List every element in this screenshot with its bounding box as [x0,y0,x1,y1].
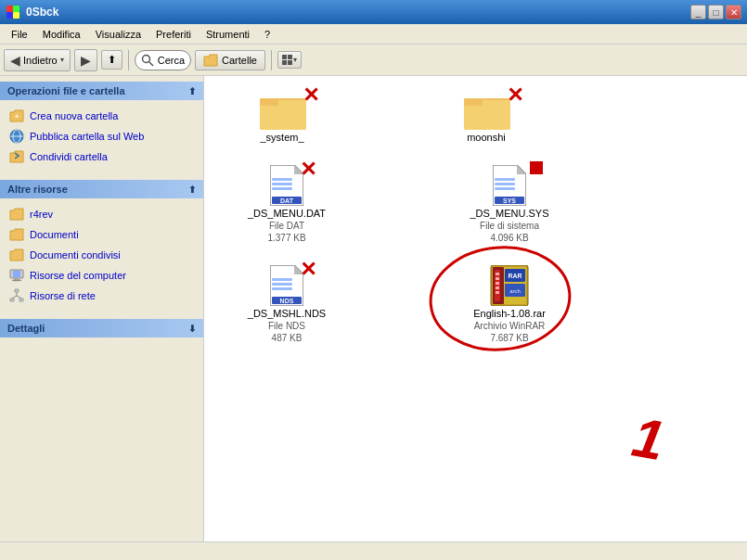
delete-moonshi-icon[interactable]: ✕ [507,85,523,106]
ds-mshl-nds-size: 487 KB [272,333,303,343]
menu-help[interactable]: ? [257,27,277,42]
svg-rect-36 [495,183,515,185]
back-button[interactable]: ◀ Indietro ▾ [4,49,71,71]
minimize-button[interactable]: _ [690,5,706,19]
svg-rect-22 [260,98,278,106]
web-icon [9,129,24,144]
svg-rect-30 [272,187,292,190]
search-box[interactable]: Cerca [135,50,191,70]
svg-rect-3 [13,12,19,19]
svg-rect-1 [13,6,19,12]
maximize-button[interactable]: □ [708,5,724,19]
svg-rect-37 [495,187,515,190]
folders-label: Cartelle [222,55,257,66]
svg-text:SYS: SYS [503,197,516,204]
app-icon [6,5,20,19]
separator-1 [128,50,129,70]
rar-icon: RAR arch [489,265,530,306]
titlebar-left: 0Sbck [6,5,58,19]
file-item-ds-menu-dat[interactable]: DAT ✕ _DS_MENU.DAT File DAT 1.377 KB [226,161,347,247]
close-button[interactable]: ✕ [726,5,741,19]
dettagli-chevron-icon: ⬇ [188,324,196,334]
menu-visualizza[interactable]: Visualizza [88,27,148,42]
sidebar-link-condividi[interactable]: Condividi cartella [7,146,196,167]
risorse-computer-label: Risorse del computer [30,270,126,281]
svg-rect-35 [495,178,515,181]
svg-rect-44 [272,287,292,290]
menubar: File Modifica Visualizza Preferiti Strum… [0,24,747,45]
forward-button[interactable]: ▶ [74,49,97,71]
sidebar-link-r4rev[interactable]: r4rev [7,204,196,224]
titlebar-buttons: _ □ ✕ [690,5,741,19]
back-dropdown-icon: ▾ [60,56,64,64]
delete-system-icon[interactable]: ✕ [303,85,319,106]
new-folder-icon: + [9,108,24,123]
sidebar-section-risorse-content: r4rev Documenti Documenti condivisi [0,198,203,312]
svg-rect-28 [272,178,292,181]
sidebar: Operazioni file e cartella ⬆ + Crea nuov… [0,76,204,541]
condividi-label: Condividi cartella [30,151,108,162]
titlebar: 0Sbck _ □ ✕ [0,0,747,24]
delete-dat-icon[interactable]: ✕ [300,159,316,180]
folders-button[interactable]: Cartelle [195,50,265,70]
file-area: ✕ _system_ ✕ moonshi [204,76,747,541]
nuova-cartella-label: Crea nuova cartella [30,110,118,121]
network-icon [9,288,24,303]
ds-menu-sys-size: 4.096 KB [490,233,528,243]
risorse-rete-label: Risorse di rete [30,290,96,301]
svg-marker-34 [517,165,526,174]
up-button[interactable]: ⬆ [101,50,122,70]
svg-rect-43 [272,283,292,286]
sidebar-section-dettagli-header[interactable]: Dettagli ⬇ [0,319,203,337]
toolbar: ◀ Indietro ▾ ▶ ⬆ Cerca Cartelle ▾ [0,45,747,76]
sidebar-link-documenti-condivisi[interactable]: Documenti condivisi [7,245,196,265]
shared-docs-icon [9,248,24,262]
sys-icon: SYS [493,165,526,206]
main-layout: Operazioni file e cartella ⬆ + Crea nuov… [0,76,747,541]
svg-rect-56 [496,277,499,280]
window-title: 0Sbck [26,6,58,19]
menu-modifica[interactable]: Modifica [35,27,88,42]
file-item-system[interactable]: ✕ _system_ [226,87,338,146]
file-item-ds-menu-sys[interactable]: SYS _DS_MENU.SYS File di sistema 4.096 K… [449,161,570,247]
ds-mshl-nds-name: _DS_MSHL.NDS [248,308,326,319]
back-label: Indietro [23,55,58,66]
sidebar-link-risorse-rete[interactable]: Risorse di rete [7,286,196,306]
operazioni-chevron-icon: ⬆ [188,86,196,96]
file-item-moonshi[interactable]: ✕ moonshi [431,87,542,146]
red-dot-annotation [530,161,543,174]
sidebar-section-risorse-header[interactable]: Altre risorse ⬆ [0,180,203,198]
documenti-label: Documenti [30,229,79,240]
svg-rect-59 [496,291,499,294]
menu-strumenti[interactable]: Strumenti [199,27,257,42]
folder-moonshi-icon [462,91,510,130]
sidebar-section-dettagli: Dettagli ⬇ [0,319,203,337]
svg-rect-55 [496,273,499,275]
folder-r4rev-icon [9,207,24,222]
nds-icon: NDS [270,265,303,306]
sidebar-link-pubblica[interactable]: Pubblica cartella sul Web [7,126,196,146]
menu-file[interactable]: File [4,27,35,42]
sidebar-link-risorse-computer[interactable]: Risorse del computer [7,265,196,286]
menu-preferiti[interactable]: Preferiti [148,27,199,42]
svg-text:NDS: NDS [280,298,294,304]
svg-rect-58 [496,286,499,289]
ds-menu-sys-name: _DS_MENU.SYS [470,208,549,219]
sidebar-section-operazioni-header[interactable]: Operazioni file e cartella ⬆ [0,82,203,100]
sidebar-section-operazioni-title: Operazioni file e cartella [7,85,125,96]
svg-text:arch: arch [509,288,521,294]
delete-nds-icon[interactable]: ✕ [300,260,316,280]
svg-text:DAT: DAT [280,197,294,204]
sidebar-link-nuova-cartella[interactable]: + Crea nuova cartella [7,106,196,126]
r4rev-label: r4rev [30,209,53,220]
search-label: Cerca [158,55,185,66]
forward-arrow-icon: ▶ [81,53,91,68]
sidebar-link-documenti[interactable]: Documenti [7,224,196,245]
sidebar-section-risorse: Altre risorse ⬆ r4rev Documenti [0,180,203,312]
ds-mshl-nds-type: File NDS [268,321,305,331]
svg-text:RAR: RAR [508,273,522,279]
back-arrow-icon: ◀ [10,53,20,68]
file-item-ds-mshl-nds[interactable]: NDS ✕ _DS_MSHL.NDS File NDS 487 KB [226,261,347,347]
view-button[interactable]: ▾ [277,51,302,69]
file-item-english-rar[interactable]: RAR arch English-1.08.rar Archivio WinRA… [449,261,570,347]
